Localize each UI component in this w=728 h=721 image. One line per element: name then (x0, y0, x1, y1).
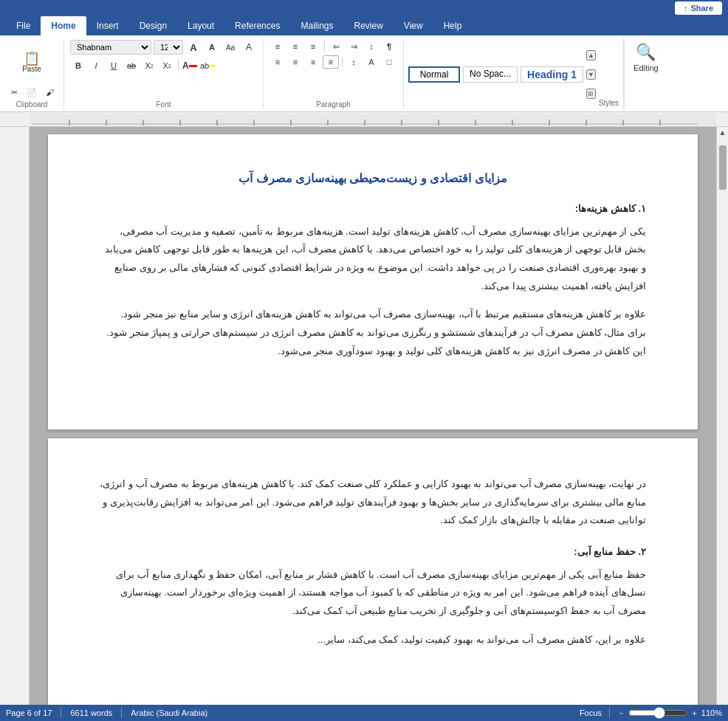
show-marks-button[interactable]: ¶ (381, 40, 397, 53)
style-normal-preview: Normal (416, 69, 453, 80)
subscript-button[interactable]: X2 (141, 59, 157, 72)
ruler-svg (32, 114, 713, 125)
zoom-out-button[interactable]: － (617, 708, 625, 719)
text-color-button[interactable]: A (182, 59, 198, 72)
styles-expand[interactable]: ⊞ (586, 89, 596, 99)
section1-heading: ۱. کاهش هزینه‌ها: (100, 200, 646, 218)
word-count: 6611 words (70, 708, 112, 717)
right-scrollbar[interactable]: ▲ ▼ (716, 127, 728, 721)
ribbon-body: 📋 Paste ✂ 📄 🖌 Clipboard Shabnam 12 (0, 35, 728, 112)
page-info: Page 6 of 17 (6, 708, 52, 717)
ruler-main (30, 114, 716, 125)
status-right: Focus － ＋ 110% (580, 707, 722, 719)
font-group: Shabnam 12 A A Aa A B I U ab X2 X2 A (64, 38, 264, 110)
share-icon: ↑ (684, 4, 688, 13)
font-case-button[interactable]: Aa (222, 41, 238, 54)
highlight-button[interactable]: ab (199, 59, 216, 72)
paragraph-group: ≡ ≡ ≡ ⇐ ⇒ ↕ ¶ ≡ ≡ ≡ ≡ ↕ A □ Paragraph (264, 38, 404, 110)
status-divider-3 (609, 708, 610, 718)
zoom-control: － ＋ 110% (617, 707, 722, 719)
share-button[interactable]: ↑ Share (675, 1, 722, 15)
ribbon-tabs: File Home Insert Design Layout Reference… (0, 16, 728, 35)
style-no-spacing[interactable]: No Spac... (463, 66, 518, 83)
page-2-content: در نهایت، بهینه‌سازی مصرف آب می‌تواند به… (100, 475, 646, 649)
tab-review[interactable]: Review (343, 16, 393, 35)
font-size-select[interactable]: 12 (154, 40, 183, 55)
tab-references[interactable]: References (224, 16, 290, 35)
focus-button[interactable]: Focus (580, 708, 602, 717)
bold-button[interactable]: B (70, 59, 86, 72)
section1-para1: یکی از مهم‌ترین مزایای بهینه‌سازی مصرف آ… (100, 223, 646, 296)
styles-scroll-up[interactable]: ▲ (586, 50, 596, 61)
multilevel-button[interactable]: ≡ (305, 40, 321, 53)
numbering-button[interactable]: ≡ (287, 40, 303, 53)
styles-scroll-down[interactable]: ▼ (586, 69, 596, 80)
editing-group: 🔍 Editing (624, 38, 667, 110)
font-color-indicator (189, 65, 197, 67)
justify-button[interactable]: ≡ (323, 55, 339, 69)
main-area: مزایای اقتصادی و زیست‌محیطی بهینه‌سازی م… (0, 127, 728, 721)
zoom-in-button[interactable]: ＋ (690, 708, 698, 719)
style-no-spacing-preview: No Spac... (470, 69, 511, 79)
clipboard-label: Clipboard (16, 99, 48, 108)
strikethrough-button[interactable]: ab (123, 59, 140, 72)
section1-para2: علاوه بر کاهش هزینه‌های مستقیم مرتبط با … (100, 306, 646, 360)
tab-file[interactable]: File (6, 16, 41, 35)
zoom-slider[interactable] (628, 707, 687, 719)
style-heading1-preview: Heading 1 (527, 69, 577, 80)
clipboard-controls: 📋 Paste ✂ 📄 🖌 (6, 40, 58, 99)
align-right-button[interactable]: ≡ (305, 55, 321, 69)
superscript-button[interactable]: X2 (159, 59, 175, 72)
font-name-select[interactable]: Shabnam (70, 40, 151, 55)
tab-home[interactable]: Home (41, 16, 86, 35)
page-2: در نهایت، بهینه‌سازی مصرف آب می‌تواند به… (48, 438, 698, 721)
status-divider-2 (121, 708, 122, 718)
clipboard-group: 📋 Paste ✂ 📄 🖌 Clipboard (0, 38, 64, 110)
copy-button[interactable]: 📄 (24, 86, 40, 99)
section2-para2: علاوه بر این، کاهش مصرف آب می‌تواند به ب… (100, 631, 646, 649)
style-normal[interactable]: Normal (408, 66, 460, 83)
status-bar: Page 6 of 17 6611 words Arabic (Saudi Ar… (0, 705, 728, 721)
scroll-up-button[interactable]: ▲ (718, 127, 728, 138)
format-painter-button[interactable]: 🖌 (41, 86, 58, 99)
share-label: Share (690, 4, 713, 13)
increase-indent-button[interactable]: ⇒ (346, 40, 362, 53)
tab-layout[interactable]: Layout (177, 16, 224, 35)
language: Arabic (Saudi Arabia) (131, 708, 207, 717)
shading-button[interactable]: A (363, 55, 380, 69)
cut-button[interactable]: ✂ (6, 86, 22, 99)
sort-button[interactable]: ↕ (363, 40, 380, 53)
paste-label: Paste (22, 65, 41, 73)
section2-heading: ۲. حفظ منابع آبی: (100, 543, 646, 562)
page-1-content: ۱. کاهش هزینه‌ها: یکی از مهم‌ترین مزایای… (100, 200, 646, 361)
styles-label: Styles (599, 97, 619, 107)
style-heading1[interactable]: Heading 1 (521, 66, 583, 83)
italic-button[interactable]: I (88, 59, 104, 72)
styles-group: Normal No Spac... Heading 1 ▲ ▼ ⊞ Styles (404, 38, 624, 110)
font-label: Font (156, 99, 171, 108)
decrease-indent-button[interactable]: ⇐ (328, 40, 344, 53)
highlight-color-indicator (209, 65, 215, 67)
align-left-button[interactable]: ≡ (269, 55, 286, 69)
zoom-percent: 110% (701, 708, 722, 717)
ruler-area (0, 112, 728, 127)
border-button[interactable]: □ (381, 55, 397, 69)
page-1: مزایای اقتصادی و زیست‌محیطی بهینه‌سازی م… (48, 134, 698, 430)
center-button[interactable]: ≡ (287, 55, 303, 69)
bullets-button[interactable]: ≡ (269, 40, 286, 53)
tab-insert[interactable]: Insert (86, 16, 129, 35)
clear-format-button[interactable]: A (241, 41, 257, 54)
tab-help[interactable]: Help (433, 16, 473, 35)
scroll-area[interactable]: مزایای اقتصادی و زیست‌محیطی بهینه‌سازی م… (30, 127, 716, 721)
tab-view[interactable]: View (394, 16, 433, 35)
paste-button[interactable]: 📋 Paste (17, 40, 47, 84)
scrollbar-thumb[interactable] (719, 145, 727, 190)
underline-button[interactable]: U (106, 59, 122, 72)
tab-design[interactable]: Design (129, 16, 177, 35)
font-shrink-button[interactable]: A (204, 41, 220, 54)
line-spacing-button[interactable]: ↕ (346, 55, 362, 69)
tab-mailings[interactable]: Mailings (290, 16, 343, 35)
font-grow-button[interactable]: A (185, 41, 202, 54)
editing-icon: 🔍 (636, 43, 656, 62)
status-divider-1 (61, 708, 61, 718)
